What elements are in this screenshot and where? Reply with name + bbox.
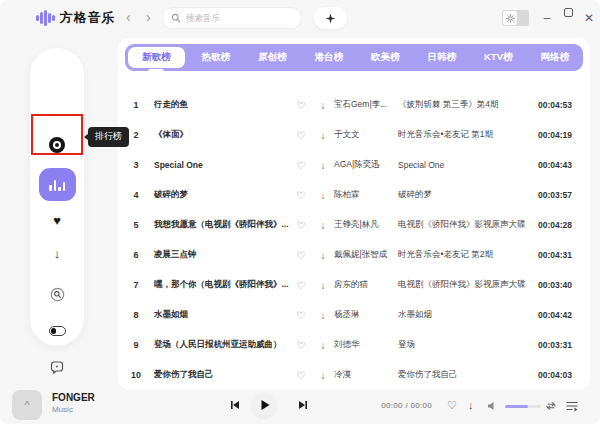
song-artist: 宝石Gem|李...: [334, 99, 398, 111]
app-logo: 方格音乐: [36, 9, 116, 27]
repeat-button[interactable]: [545, 400, 557, 414]
close-button[interactable]: ✕: [582, 8, 596, 28]
next-button[interactable]: [298, 400, 308, 410]
sidebar-item-mode[interactable]: [30, 325, 84, 337]
playlist-icon: [566, 400, 578, 412]
song-row[interactable]: 8 水墨如烟 ♡ ↓ 杨丞琳 水墨如烟 00:04:42: [118, 300, 590, 330]
song-title: 爱你伤了我自己: [154, 369, 290, 381]
song-title: 嘿，那个你（电视剧《骄阳伴我》...: [154, 279, 290, 291]
chart-tab[interactable]: 原创榜: [244, 44, 301, 71]
current-time: 00:00: [381, 401, 403, 410]
song-like-icon[interactable]: ♡: [290, 190, 312, 201]
song-like-icon[interactable]: ♡: [290, 280, 312, 291]
volume-slider[interactable]: [505, 405, 541, 409]
previous-button[interactable]: [230, 400, 240, 410]
song-download-icon[interactable]: ↓: [312, 310, 334, 321]
chart-tab[interactable]: KTV榜: [470, 44, 527, 71]
next-icon: [298, 400, 308, 410]
song-album: 时光音乐会•老友记 第2期: [398, 249, 534, 261]
song-like-icon[interactable]: ♡: [290, 340, 312, 351]
song-album: 时光音乐会•老友记 第1期: [398, 129, 534, 141]
chart-tab[interactable]: 欧美榜: [357, 44, 414, 71]
sidebar-item-recognize[interactable]: [30, 286, 84, 302]
song-download-icon[interactable]: ↓: [312, 250, 334, 261]
song-download-icon[interactable]: ↓: [312, 190, 334, 201]
song-duration: 00:04:03: [534, 370, 590, 380]
song-download-icon[interactable]: ↓: [312, 370, 334, 381]
song-like-icon[interactable]: ♡: [290, 130, 312, 141]
toggle-icon: [49, 326, 66, 336]
song-rank: 8: [118, 310, 154, 320]
song-duration: 00:04:53: [534, 100, 590, 110]
main-content: 新歌榜 热歌榜 原创榜 港台榜 欧美榜 日韩榜 KTV榜 网络榜 1 行走的鱼 …: [118, 38, 590, 390]
song-row[interactable]: 2 《体面》 ♡ ↓ 于文文 时光音乐会•老友记 第1期 00:04:19: [118, 120, 590, 150]
time-display: 00:00 / 00:00: [320, 401, 432, 410]
song-download-icon[interactable]: ↓: [312, 130, 334, 141]
song-like-icon[interactable]: ♡: [290, 220, 312, 231]
chart-tab[interactable]: 新歌榜: [128, 47, 185, 68]
minimize-button[interactable]: –: [540, 8, 554, 28]
sidebar-item-music[interactable]: [30, 137, 84, 153]
song-title: 行走的鱼: [154, 99, 290, 111]
tab-bar: 新歌榜 热歌榜 原创榜 港台榜 欧美榜 日韩榜 KTV榜 网络榜: [125, 44, 583, 71]
sidebar-item-favorites[interactable]: ♥: [30, 212, 84, 228]
title-bar: 方格音乐 ‹ ›: [0, 0, 600, 38]
song-rank: 4: [118, 190, 154, 200]
song-download-icon[interactable]: ↓: [312, 340, 334, 351]
song-duration: 00:03:57: [534, 190, 590, 200]
song-title: 水墨如烟: [154, 309, 290, 321]
previous-icon: [230, 400, 240, 410]
chart-tab[interactable]: 日韩榜: [414, 44, 471, 71]
theme-toggle[interactable]: [502, 10, 529, 26]
song-artist: 房东的猫: [334, 279, 398, 291]
song-download-icon[interactable]: ↓: [312, 100, 334, 111]
chart-tab[interactable]: 网络榜: [527, 44, 584, 71]
search-input[interactable]: [186, 13, 286, 23]
disc-icon: [49, 137, 65, 153]
download-track-button[interactable]: ↓: [468, 399, 474, 411]
song-like-icon[interactable]: ♡: [290, 160, 312, 171]
back-button[interactable]: ‹: [126, 7, 131, 27]
song-album: 登场: [398, 339, 534, 351]
song-row[interactable]: 1 行走的鱼 ♡ ↓ 宝石Gem|李... 《披荆斩棘 第三季》第4期 00:0…: [118, 90, 590, 120]
sidebar-item-ranking[interactable]: [39, 168, 76, 201]
song-duration: 00:04:19: [534, 130, 590, 140]
sparkle-icon: [325, 13, 336, 24]
forward-button[interactable]: ›: [146, 7, 151, 27]
play-button[interactable]: [252, 393, 276, 417]
song-row[interactable]: 3 Special One ♡ ↓ AGA|陈奕迅 Special One 00…: [118, 150, 590, 180]
song-row[interactable]: 4 破碎的梦 ♡ ↓ 陈柏霖 破碎的梦 00:03:57: [118, 180, 590, 210]
song-rank: 3: [118, 160, 154, 170]
album-art[interactable]: ^: [12, 390, 42, 420]
song-row[interactable]: 6 凌晨三点钟 ♡ ↓ 戴佩妮|张智成 时光音乐会•老友记 第2期 00:04:…: [118, 240, 590, 270]
ai-assistant-button[interactable]: [314, 7, 347, 29]
tab-label: 欧美榜: [371, 51, 400, 64]
song-like-icon[interactable]: ♡: [290, 250, 312, 261]
search-box[interactable]: [162, 7, 302, 29]
chart-tab[interactable]: 热歌榜: [188, 44, 245, 71]
song-row[interactable]: 5 我想我愿意（电视剧《骄阳伴我》... ♡ ↓ 王铮亮|林凡 电视剧《骄阳伴我…: [118, 210, 590, 240]
song-duration: 00:04:42: [534, 310, 590, 320]
sidebar-item-downloads[interactable]: ↓: [30, 245, 84, 261]
playlist-button[interactable]: [566, 400, 578, 414]
search-icon: [171, 13, 181, 23]
song-album: 爱你伤了我自己: [398, 369, 534, 381]
song-row[interactable]: 9 登场（人民日报杭州亚运助威曲） ♡ ↓ 刘德华 登场 00:03:31: [118, 330, 590, 360]
chart-tab[interactable]: 港台榜: [301, 44, 358, 71]
repeat-icon: [545, 400, 557, 412]
song-list: 1 行走的鱼 ♡ ↓ 宝石Gem|李... 《披荆斩棘 第三季》第4期 00:0…: [118, 90, 590, 390]
song-download-icon[interactable]: ↓: [312, 280, 334, 291]
song-download-icon[interactable]: ↓: [312, 160, 334, 171]
song-artist: 杨丞琳: [334, 309, 398, 321]
sidebar-item-feedback[interactable]: [30, 359, 84, 374]
song-row[interactable]: 7 嘿，那个你（电视剧《骄阳伴我》... ♡ ↓ 房东的猫 电视剧《骄阳伴我》影…: [118, 270, 590, 300]
song-title: 凌晨三点钟: [154, 249, 290, 261]
song-like-icon[interactable]: ♡: [290, 310, 312, 321]
maximize-button[interactable]: [561, 3, 575, 23]
song-like-icon[interactable]: ♡: [290, 370, 312, 381]
song-like-icon[interactable]: ♡: [290, 100, 312, 111]
like-button[interactable]: ♡: [447, 399, 457, 412]
song-download-icon[interactable]: ↓: [312, 220, 334, 231]
volume-button[interactable]: [487, 401, 497, 413]
song-row[interactable]: 10 爱你伤了我自己 ♡ ↓ 冷漠 爱你伤了我自己 00:04:03: [118, 360, 590, 390]
